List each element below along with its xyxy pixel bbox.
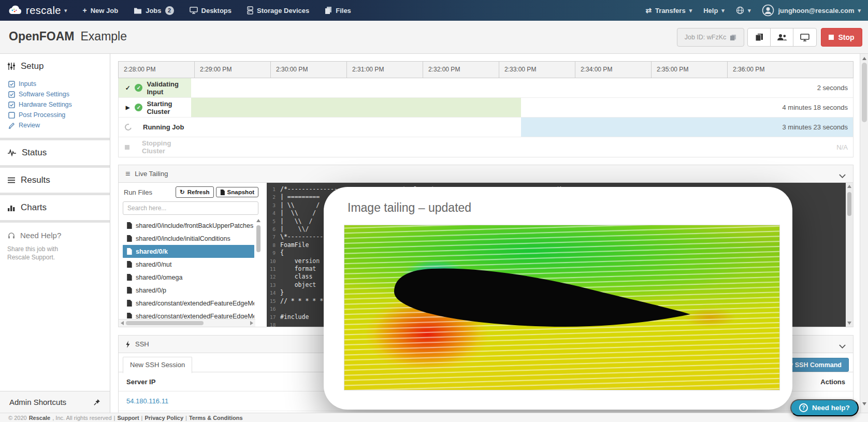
snapshot-button[interactable]: Snapshot (216, 187, 258, 197)
need-help-title[interactable]: Need Help? (7, 231, 103, 240)
scroll-down-arrow[interactable] (847, 322, 851, 325)
run-files-pane: Run Files ↻ Refresh Snapshot shared/0/in… (119, 183, 263, 327)
file-item[interactable]: shared/constant/extendedFeatureEdgeMes (123, 297, 254, 310)
file-item-selected[interactable]: shared/0/k (123, 245, 254, 258)
folder-icon (134, 7, 142, 14)
scroll-up-arrow[interactable] (862, 57, 866, 60)
nav-item-desktops[interactable]: Desktops (190, 7, 232, 14)
sidebar-item-review[interactable]: Review (8, 120, 110, 130)
app-root: rescale ▾ + New Job Jobs 2 Desktops (0, 0, 868, 422)
question-icon: ? (799, 403, 808, 412)
file-list-horizontal-scrollbar[interactable] (119, 319, 255, 327)
sidebar-item-results[interactable]: Results (0, 168, 110, 193)
file-search-wrap (119, 200, 263, 218)
scroll-down-arrow[interactable] (862, 402, 866, 405)
nav-item-language[interactable]: ▾ (736, 6, 751, 14)
sidebar-item-status[interactable]: Status (0, 140, 110, 165)
desktop-view-button[interactable] (793, 28, 816, 46)
timeline-row-validating-input[interactable]: ✓ ✓ Validating Input 2 seconds (119, 78, 853, 98)
sidebar-item-charts[interactable]: Charts (0, 195, 110, 220)
airfoil-shape (394, 268, 690, 327)
column-actions: Actions (820, 378, 845, 386)
file-item[interactable]: shared/0/p (123, 284, 254, 297)
chevron-down-icon[interactable] (839, 342, 846, 350)
cfd-airfoil-image (344, 225, 780, 390)
top-navbar: rescale ▾ + New Job Jobs 2 Desktops (0, 0, 868, 21)
nav-item-help-menu[interactable]: Help ▾ (703, 7, 725, 14)
stop-job-button[interactable]: Stop (821, 28, 862, 47)
nav-item-files[interactable]: Files (325, 6, 351, 14)
navbar-right: ⇄ Transfers ▾ Help ▾ ▾ junghoon@rescale.… (634, 0, 861, 21)
scroll-left-arrow[interactable] (121, 321, 124, 325)
stage-duration: N/A (836, 137, 848, 157)
sidebar-item-setup[interactable]: Setup (0, 54, 110, 79)
scroll-thumb[interactable] (847, 192, 851, 216)
timeline-row-starting-cluster[interactable]: ▶ ✓ Starting Cluster 4 minutes 18 second… (119, 98, 853, 118)
sidebar-item-software-settings[interactable]: Software Settings (8, 89, 110, 99)
footer-link-privacy-policy[interactable]: Privacy Policy (144, 415, 183, 421)
review-pencil-icon (8, 122, 15, 129)
nav-item-storage-devices[interactable]: Storage Devices (247, 6, 309, 14)
sidebar-section-charts: Charts (0, 195, 110, 220)
page-scrollbar[interactable] (860, 54, 868, 413)
scroll-up-arrow[interactable] (847, 185, 851, 188)
scroll-up-arrow[interactable] (256, 219, 261, 222)
job-action-group (747, 28, 817, 47)
terminal-scrollbar[interactable] (846, 183, 853, 327)
file-item[interactable]: shared/constant/extendedFeatureEdgeMes (123, 310, 254, 318)
play-icon: ▶ (125, 105, 131, 110)
live-tailing-header[interactable]: ≡ Live Tailing (119, 165, 853, 183)
file-item[interactable]: shared/0/include/frontBackUpperPatches (123, 219, 254, 232)
file-search-input[interactable] (123, 201, 258, 215)
scroll-thumb[interactable] (862, 63, 867, 122)
timeline-row-running-job[interactable]: Running Job 3 minutes 23 seconds (119, 118, 853, 137)
file-icon (126, 313, 132, 318)
job-id-button[interactable]: Job ID: wFzKc (677, 28, 744, 47)
clone-job-button[interactable] (748, 28, 771, 46)
time-tick: 2:31:00 PM (346, 61, 423, 78)
file-item[interactable]: shared/0/nut (123, 258, 254, 271)
user-email: junghoon@rescale.com (778, 7, 854, 14)
nav-item-new-job[interactable]: + New Job (83, 6, 119, 14)
checkbox-checked-icon (8, 91, 15, 98)
nav-item-transfers[interactable]: ⇄ Transfers ▾ (645, 6, 692, 14)
sidebar-item-inputs[interactable]: Inputs (8, 79, 110, 89)
rescale-brand-menu[interactable]: rescale ▾ (7, 5, 67, 17)
sidebar-item-hardware-settings[interactable]: Hardware Settings (8, 99, 110, 110)
run-files-list: shared/0/include/frontBackUpperPatches s… (123, 219, 254, 318)
nav-item-user-menu[interactable]: junghoon@rescale.com ▾ (762, 4, 861, 17)
sidebar: Setup Inputs Software Settings Hardware … (0, 54, 110, 413)
stage-label-cell: ✓ ✓ Validating Input (119, 78, 191, 97)
timeline-row-stopping-cluster[interactable]: Stopping Cluster N/A (119, 137, 853, 157)
files-icon (325, 6, 332, 14)
check-icon: ✓ (125, 84, 131, 92)
navbar-left: rescale ▾ + New Job Jobs 2 Desktops (7, 0, 367, 21)
file-item[interactable]: shared/0/omega (123, 271, 254, 284)
scroll-thumb[interactable] (256, 225, 261, 252)
clone-pages-icon (755, 33, 763, 41)
file-icon (126, 248, 132, 255)
chevron-down-icon[interactable] (839, 172, 846, 180)
headset-icon (7, 231, 16, 240)
share-job-button[interactable] (771, 28, 793, 46)
scroll-thumb[interactable] (126, 321, 204, 325)
refresh-button[interactable]: ↻ Refresh (176, 186, 213, 198)
sidebar-item-admin-shortcuts[interactable]: Admin Shortcuts (0, 391, 110, 413)
footer-link-support[interactable]: Support (117, 415, 139, 421)
file-item[interactable]: shared/0/include/initialConditions (123, 232, 254, 245)
scroll-right-arrow[interactable] (250, 321, 253, 325)
file-icon (126, 287, 132, 294)
tab-new-ssh-session[interactable]: New SSH Session (123, 357, 192, 373)
server-ip-link[interactable]: 54.180.116.11 (126, 397, 168, 405)
file-list-scrollbar[interactable] (255, 219, 262, 317)
caret-down-icon: ▾ (748, 7, 751, 14)
rescale-cloud-logo-icon (7, 5, 23, 16)
checkbox-checked-icon (8, 101, 15, 108)
footer-brand: Rescale (29, 415, 51, 421)
sidebar-item-post-processing[interactable]: Post Processing (8, 110, 110, 120)
footer-link-terms[interactable]: Terms & Conditions (189, 415, 243, 421)
sidebar-section-status: Status (0, 140, 110, 165)
need-help-body: Share this job with Rescale Support. (7, 245, 77, 261)
nav-item-jobs[interactable]: Jobs 2 (134, 6, 173, 15)
need-help-button[interactable]: ? Need help? (790, 399, 859, 416)
